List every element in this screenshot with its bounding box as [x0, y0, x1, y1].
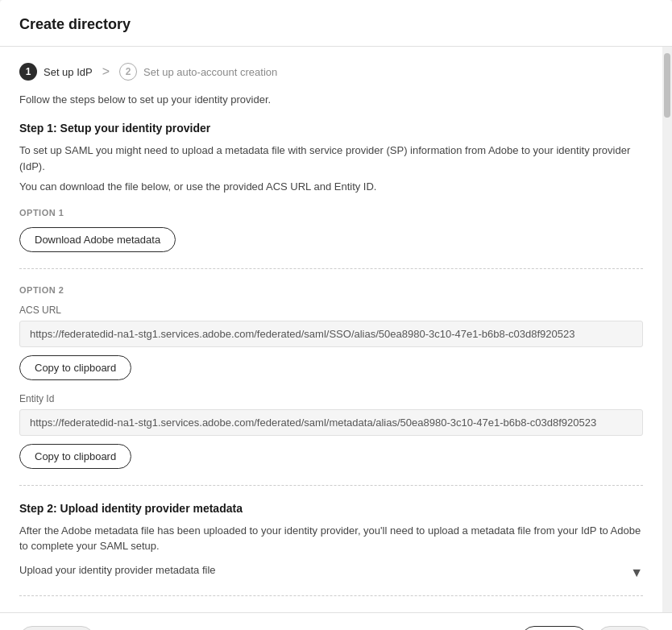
step1-circle: 1: [19, 63, 37, 81]
section-divider: [19, 485, 643, 486]
step1-desc1: To set up SAML you might need to upload …: [19, 143, 643, 174]
content-area: 1 Set up IdP > 2 Set up auto-account cre…: [0, 47, 662, 612]
step-separator: >: [102, 64, 110, 79]
entity-id-section: Entity Id https://federatedid-na1-stg1.s…: [19, 393, 643, 469]
modal-body: 1 Set up IdP > 2 Set up auto-account cre…: [0, 47, 672, 612]
step1-label: Set up IdP: [44, 66, 93, 78]
entity-id-label: Entity Id: [19, 393, 643, 404]
create-directory-modal: Create directory 1 Set up IdP > 2 Set up…: [0, 0, 672, 630]
upload-section: Upload your identity provider metadata f…: [19, 564, 643, 596]
step2-block: Step 2: Upload identity provider metadat…: [19, 502, 643, 596]
scrollbar-track: [662, 47, 672, 612]
next-button[interactable]: Next: [597, 626, 653, 631]
entity-id-field: https://federatedid-na1-stg1.services.ad…: [19, 409, 643, 436]
previous-button[interactable]: Previous: [19, 626, 94, 631]
option1-label: OPTION 1: [19, 208, 643, 218]
option2-label: OPTION 2: [19, 285, 643, 295]
intro-text: Follow the steps below to set up your id…: [19, 93, 643, 106]
step2-nav-item: 2 Set up auto-account creation: [119, 63, 277, 81]
step1-nav-item: 1 Set up IdP: [19, 63, 93, 81]
step2-title: Step 2: Upload identity provider metadat…: [19, 502, 643, 515]
acs-url-field: https://federatedid-na1-stg1.services.ad…: [19, 321, 643, 347]
step2-desc: After the Adobe metadata file has been u…: [19, 523, 643, 554]
modal-title: Create directory: [19, 16, 131, 32]
upload-label: Upload your identity provider metadata f…: [19, 564, 216, 576]
step2-circle: 2: [119, 63, 137, 81]
step1-desc2: You can download the file below, or use …: [19, 179, 643, 195]
option-divider: [19, 268, 643, 269]
copy-to-clipboard-button-2[interactable]: Copy to clipboard: [19, 444, 131, 469]
download-adobe-metadata-button[interactable]: Download Adobe metadata: [19, 227, 176, 252]
upload-row: Upload your identity provider metadata f…: [19, 564, 643, 596]
step1-block: Step 1: Setup your identity provider To …: [19, 122, 643, 469]
scrollbar-thumb[interactable]: [664, 53, 670, 118]
acs-url-label: ACS URL: [19, 305, 643, 316]
copy-to-clipboard-button-1[interactable]: Copy to clipboard: [19, 355, 131, 380]
expand-icon[interactable]: ▼: [630, 566, 643, 580]
cancel-button[interactable]: Cancel: [521, 626, 587, 631]
steps-nav: 1 Set up IdP > 2 Set up auto-account cre…: [19, 63, 643, 81]
step2-label: Set up auto-account creation: [143, 66, 277, 78]
modal-footer: Previous Cancel Next: [0, 612, 672, 631]
footer-right-buttons: Cancel Next: [521, 626, 653, 631]
step1-title: Step 1: Setup your identity provider: [19, 122, 643, 135]
modal-header: Create directory: [0, 0, 672, 47]
